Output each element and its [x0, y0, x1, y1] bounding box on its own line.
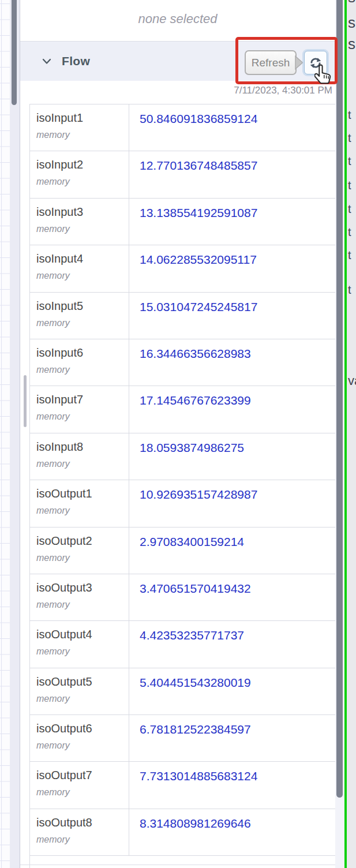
- variable-value[interactable]: 15.031047245245817: [129, 293, 335, 339]
- context-sidebar-panel: none selected Flow 7/11/2023, 4:30:01 PM…: [20, 0, 335, 868]
- sidebar-scrollbar-track[interactable]: [335, 0, 344, 868]
- variable-value[interactable]: 6.781812522384597: [129, 715, 335, 761]
- variable-value[interactable]: 7.7313014885683124: [129, 762, 335, 808]
- variable-name: isoInput4: [36, 252, 129, 265]
- variable-scope: memory: [36, 271, 129, 281]
- table-row: isoInput7 memory 17.14546767623399: [30, 386, 335, 432]
- occluded-text-fragment: s: [348, 0, 355, 5]
- variable-scope: memory: [36, 411, 129, 422]
- table-cell-name: isoInput5 memory: [30, 293, 129, 339]
- table-cell-name: isoInput2 memory: [30, 151, 129, 197]
- variable-scope: memory: [36, 506, 129, 516]
- variable-name: isoOutput5: [36, 675, 129, 689]
- occluded-text-fragment: t: [348, 284, 351, 295]
- variable-name: isoOutput4: [36, 628, 129, 641]
- variable-name: isoOutput6: [36, 722, 129, 735]
- refresh-timestamp: 7/11/2023, 4:30:01 PM: [20, 85, 335, 96]
- variable-value[interactable]: 4.42353235771737: [129, 621, 335, 667]
- table-bottom-border: [30, 855, 335, 856]
- table-row: isoInput2 memory 12.770136748485857: [30, 151, 335, 197]
- occluded-text-fragment: t: [348, 179, 351, 191]
- table-row: isoInput4 memory 14.062285532095117: [30, 245, 335, 291]
- variable-value[interactable]: 50.846091836859124: [129, 104, 335, 151]
- table-cell-name: isoOutput5 memory: [30, 668, 129, 714]
- table-row: isoOutput8 memory 8.314808981269646: [30, 809, 335, 855]
- variable-scope: memory: [36, 600, 129, 610]
- variable-name: isoOutput8: [36, 816, 129, 829]
- variable-scope: memory: [36, 787, 129, 798]
- table-row: isoOutput5 memory 5.404451543280019: [30, 668, 335, 714]
- chevron-down-icon: [42, 58, 51, 65]
- table-cell-name: isoInput4 memory: [30, 245, 129, 291]
- variable-value[interactable]: 16.34466356628983: [129, 339, 335, 386]
- variable-value[interactable]: 18.0593874986275: [129, 433, 335, 480]
- table-cell-name: isoOutput4 memory: [30, 621, 129, 667]
- table-cell-name: isoInput3 memory: [30, 199, 129, 245]
- variable-value[interactable]: 12.770136748485857: [129, 151, 335, 197]
- sidebar-scrollbar-thumb[interactable]: [336, 0, 343, 798]
- variable-value[interactable]: 10.926935157428987: [129, 480, 335, 526]
- table-cell-name: isoInput6 memory: [30, 339, 129, 386]
- variable-name: isoInput5: [36, 300, 129, 313]
- table-row: isoInput3 memory 13.138554192591087: [30, 198, 335, 245]
- refresh-tooltip-label: Refresh: [252, 57, 290, 69]
- variable-value[interactable]: 8.314808981269646: [129, 809, 335, 855]
- table-row: isoInput6 memory 16.34466356628983: [30, 339, 335, 386]
- variable-value[interactable]: 13.138554192591087: [129, 199, 335, 245]
- variable-name: isoOutput1: [36, 487, 129, 500]
- variable-scope: memory: [36, 646, 129, 657]
- variable-scope: memory: [36, 318, 129, 328]
- table-cell-name: isoOutput7 memory: [30, 762, 129, 808]
- variable-name: isoInput1: [36, 111, 129, 125]
- variable-value[interactable]: 3.470651570419432: [129, 574, 335, 620]
- table-row: isoOutput7 memory 7.7313014885683124: [30, 761, 335, 808]
- variable-scope: memory: [36, 365, 129, 375]
- variable-value[interactable]: 5.404451543280019: [129, 668, 335, 714]
- table-row: isoOutput2 memory 2.97083400159214: [30, 527, 335, 574]
- table-cell-name: isoInput7 memory: [30, 386, 129, 432]
- context-table: isoInput1 memory 50.846091836859124 isoI…: [29, 104, 335, 868]
- refresh-button[interactable]: [304, 51, 327, 74]
- variable-scope: memory: [36, 835, 129, 845]
- panel-gutter: [10, 0, 20, 868]
- variable-value[interactable]: 14.062285532095117: [129, 245, 335, 291]
- tooltip-arrow-icon: [295, 55, 303, 70]
- variable-scope: memory: [36, 177, 129, 187]
- occluded-text-fragment: t: [348, 109, 351, 121]
- variable-name: isoOutput3: [36, 581, 129, 594]
- inner-scrollbar-thumb[interactable]: [24, 375, 27, 427]
- table-row: isoInput8 memory 18.0593874986275: [30, 433, 335, 480]
- refresh-icon: [309, 56, 323, 70]
- table-row: isoOutput1 memory 10.926935157428987: [30, 480, 335, 526]
- variable-scope: memory: [36, 553, 129, 563]
- variable-name: isoInput8: [36, 440, 129, 454]
- table-cell-name: isoOutput2 memory: [30, 527, 129, 574]
- variable-value[interactable]: 17.14546767623399: [129, 386, 335, 432]
- occluded-text-fragment: t: [348, 226, 351, 238]
- variable-scope: memory: [36, 130, 129, 140]
- refresh-tooltip: Refresh: [245, 50, 297, 75]
- table-cell-name: isoInput1 memory: [30, 104, 129, 151]
- variable-name: isoOutput2: [36, 534, 129, 548]
- panel-bottom-border: [20, 865, 335, 865]
- table-row: isoInput1 memory 50.846091836859124: [30, 104, 335, 151]
- variable-name: isoInput2: [36, 158, 129, 171]
- variable-scope: memory: [36, 459, 129, 469]
- occluded-text-fragment: va: [348, 375, 356, 387]
- table-cell-name: isoInput8 memory: [30, 433, 129, 480]
- flow-canvas-edge: [0, 0, 10, 868]
- table-row: isoOutput6 memory 6.781812522384597: [30, 714, 335, 761]
- variable-value[interactable]: 2.97083400159214: [129, 527, 335, 574]
- occluded-text-fragment: t: [348, 249, 351, 261]
- occluded-text-fragment: s: [348, 15, 355, 30]
- canvas-scrollbar-thumb[interactable]: [12, 0, 17, 105]
- flow-section-title: Flow: [62, 54, 90, 68]
- variable-name: isoOutput7: [36, 769, 129, 782]
- variable-scope: memory: [36, 224, 129, 234]
- table-row: isoInput5 memory 15.031047245245817: [30, 292, 335, 339]
- variable-name: isoInput7: [36, 393, 129, 406]
- table-cell-name: isoOutput3 memory: [30, 574, 129, 620]
- variable-scope: memory: [36, 694, 129, 704]
- table-cell-name: isoOutput1 memory: [30, 480, 129, 526]
- occluded-text-fragment: t: [348, 132, 351, 144]
